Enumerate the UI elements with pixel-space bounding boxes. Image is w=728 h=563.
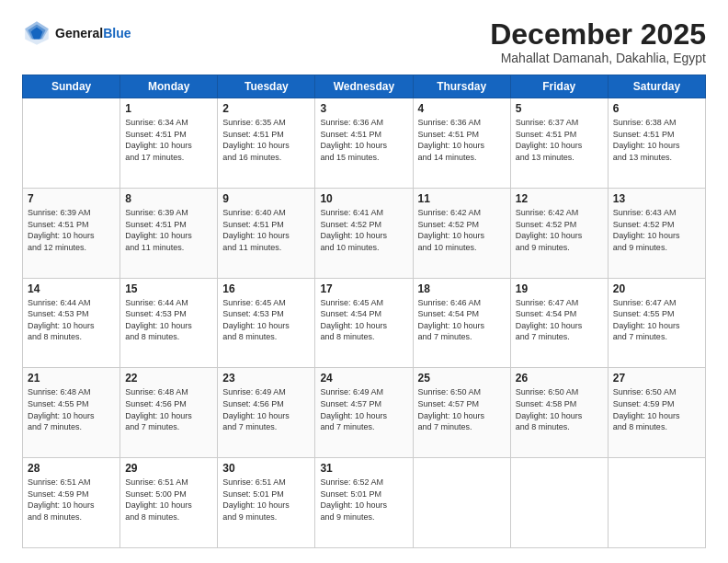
- calendar-cell: 14Sunrise: 6:44 AM Sunset: 4:53 PM Dayli…: [23, 278, 120, 368]
- day-info: Sunrise: 6:42 AM Sunset: 4:52 PM Dayligh…: [516, 207, 603, 253]
- day-info: Sunrise: 6:50 AM Sunset: 4:58 PM Dayligh…: [516, 386, 603, 432]
- day-number: 18: [418, 282, 506, 295]
- calendar-cell: 12Sunrise: 6:42 AM Sunset: 4:52 PM Dayli…: [510, 188, 608, 278]
- calendar-cell: [23, 98, 120, 189]
- day-number: 14: [28, 282, 115, 295]
- calendar-header-row: SundayMondayTuesdayWednesdayThursdayFrid…: [23, 75, 706, 98]
- day-info: Sunrise: 6:42 AM Sunset: 4:52 PM Dayligh…: [418, 207, 506, 253]
- calendar-cell: 1Sunrise: 6:34 AM Sunset: 4:51 PM Daylig…: [120, 98, 218, 189]
- day-info: Sunrise: 6:49 AM Sunset: 4:57 PM Dayligh…: [320, 386, 407, 432]
- calendar-cell: 19Sunrise: 6:47 AM Sunset: 4:54 PM Dayli…: [510, 278, 608, 368]
- day-info: Sunrise: 6:39 AM Sunset: 4:51 PM Dayligh…: [125, 207, 212, 253]
- calendar-cell: 4Sunrise: 6:36 AM Sunset: 4:51 PM Daylig…: [413, 98, 510, 189]
- day-number: 23: [222, 372, 310, 385]
- logo-text: GeneralBlue: [55, 26, 131, 40]
- day-number: 21: [28, 372, 115, 385]
- day-header-tuesday: Tuesday: [218, 75, 315, 98]
- month-title: December 2025: [490, 18, 706, 51]
- calendar-cell: 24Sunrise: 6:49 AM Sunset: 4:57 PM Dayli…: [315, 368, 413, 458]
- day-number: 11: [418, 192, 506, 205]
- day-info: Sunrise: 6:46 AM Sunset: 4:54 PM Dayligh…: [418, 297, 506, 343]
- day-info: Sunrise: 6:36 AM Sunset: 4:51 PM Dayligh…: [418, 117, 506, 163]
- day-number: 13: [613, 192, 700, 205]
- calendar-cell: 10Sunrise: 6:41 AM Sunset: 4:52 PM Dayli…: [315, 188, 413, 278]
- day-info: Sunrise: 6:44 AM Sunset: 4:53 PM Dayligh…: [125, 297, 212, 343]
- day-number: 12: [516, 192, 603, 205]
- day-info: Sunrise: 6:34 AM Sunset: 4:51 PM Dayligh…: [125, 117, 212, 163]
- calendar-week-5: 28Sunrise: 6:51 AM Sunset: 4:59 PM Dayli…: [23, 458, 706, 548]
- calendar-table: SundayMondayTuesdayWednesdayThursdayFrid…: [22, 75, 706, 548]
- calendar-cell: 31Sunrise: 6:52 AM Sunset: 5:01 PM Dayli…: [315, 458, 413, 548]
- day-info: Sunrise: 6:45 AM Sunset: 4:53 PM Dayligh…: [222, 297, 310, 343]
- day-header-wednesday: Wednesday: [315, 75, 413, 98]
- calendar-cell: 5Sunrise: 6:37 AM Sunset: 4:51 PM Daylig…: [510, 98, 608, 189]
- day-number: 17: [320, 282, 407, 295]
- day-number: 5: [516, 102, 603, 115]
- day-info: Sunrise: 6:37 AM Sunset: 4:51 PM Dayligh…: [516, 117, 603, 163]
- calendar-week-3: 14Sunrise: 6:44 AM Sunset: 4:53 PM Dayli…: [23, 278, 706, 368]
- page: GeneralBlue December 2025 Mahallat Daman…: [0, 0, 728, 563]
- calendar-cell: 16Sunrise: 6:45 AM Sunset: 4:53 PM Dayli…: [218, 278, 315, 368]
- calendar-cell: 11Sunrise: 6:42 AM Sunset: 4:52 PM Dayli…: [413, 188, 510, 278]
- day-info: Sunrise: 6:51 AM Sunset: 5:01 PM Dayligh…: [222, 477, 310, 523]
- day-number: 10: [320, 192, 407, 205]
- calendar-week-2: 7Sunrise: 6:39 AM Sunset: 4:51 PM Daylig…: [23, 188, 706, 278]
- day-number: 8: [125, 192, 212, 205]
- day-number: 7: [28, 192, 115, 205]
- day-number: 22: [125, 372, 212, 385]
- calendar-cell: 17Sunrise: 6:45 AM Sunset: 4:54 PM Dayli…: [315, 278, 413, 368]
- calendar-cell: 3Sunrise: 6:36 AM Sunset: 4:51 PM Daylig…: [315, 98, 413, 189]
- day-info: Sunrise: 6:49 AM Sunset: 4:56 PM Dayligh…: [222, 386, 310, 432]
- calendar-cell: 8Sunrise: 6:39 AM Sunset: 4:51 PM Daylig…: [120, 188, 218, 278]
- day-info: Sunrise: 6:50 AM Sunset: 4:57 PM Dayligh…: [418, 386, 506, 432]
- day-info: Sunrise: 6:39 AM Sunset: 4:51 PM Dayligh…: [28, 207, 115, 253]
- day-number: 31: [320, 462, 407, 475]
- day-info: Sunrise: 6:48 AM Sunset: 4:55 PM Dayligh…: [28, 386, 115, 432]
- day-info: Sunrise: 6:40 AM Sunset: 4:51 PM Dayligh…: [222, 207, 310, 253]
- calendar-cell: 28Sunrise: 6:51 AM Sunset: 4:59 PM Dayli…: [23, 458, 120, 548]
- day-header-thursday: Thursday: [413, 75, 510, 98]
- day-number: 16: [222, 282, 310, 295]
- calendar-cell: 18Sunrise: 6:46 AM Sunset: 4:54 PM Dayli…: [413, 278, 510, 368]
- day-number: 24: [320, 372, 407, 385]
- calendar-cell: 7Sunrise: 6:39 AM Sunset: 4:51 PM Daylig…: [23, 188, 120, 278]
- day-info: Sunrise: 6:35 AM Sunset: 4:51 PM Dayligh…: [222, 117, 310, 163]
- day-info: Sunrise: 6:41 AM Sunset: 4:52 PM Dayligh…: [320, 207, 407, 253]
- day-info: Sunrise: 6:43 AM Sunset: 4:52 PM Dayligh…: [613, 207, 700, 253]
- calendar-cell: 2Sunrise: 6:35 AM Sunset: 4:51 PM Daylig…: [218, 98, 315, 189]
- day-header-friday: Friday: [510, 75, 608, 98]
- title-block: December 2025 Mahallat Damanah, Dakahlia…: [490, 18, 706, 65]
- day-number: 2: [222, 102, 310, 115]
- day-number: 30: [222, 462, 310, 475]
- location-subtitle: Mahallat Damanah, Dakahlia, Egypt: [490, 51, 706, 65]
- day-info: Sunrise: 6:47 AM Sunset: 4:55 PM Dayligh…: [613, 297, 700, 343]
- calendar-week-4: 21Sunrise: 6:48 AM Sunset: 4:55 PM Dayli…: [23, 368, 706, 458]
- calendar-cell: 20Sunrise: 6:47 AM Sunset: 4:55 PM Dayli…: [608, 278, 705, 368]
- calendar-cell: [510, 458, 608, 548]
- calendar-cell: 25Sunrise: 6:50 AM Sunset: 4:57 PM Dayli…: [413, 368, 510, 458]
- calendar-cell: 23Sunrise: 6:49 AM Sunset: 4:56 PM Dayli…: [218, 368, 315, 458]
- calendar-cell: 9Sunrise: 6:40 AM Sunset: 4:51 PM Daylig…: [218, 188, 315, 278]
- calendar-cell: 13Sunrise: 6:43 AM Sunset: 4:52 PM Dayli…: [608, 188, 705, 278]
- calendar-cell: 29Sunrise: 6:51 AM Sunset: 5:00 PM Dayli…: [120, 458, 218, 548]
- day-number: 9: [222, 192, 310, 205]
- calendar-cell: 30Sunrise: 6:51 AM Sunset: 5:01 PM Dayli…: [218, 458, 315, 548]
- header: GeneralBlue December 2025 Mahallat Daman…: [22, 18, 706, 65]
- day-info: Sunrise: 6:51 AM Sunset: 5:00 PM Dayligh…: [125, 477, 212, 523]
- day-info: Sunrise: 6:38 AM Sunset: 4:51 PM Dayligh…: [613, 117, 700, 163]
- day-info: Sunrise: 6:47 AM Sunset: 4:54 PM Dayligh…: [516, 297, 603, 343]
- day-info: Sunrise: 6:50 AM Sunset: 4:59 PM Dayligh…: [613, 386, 700, 432]
- day-number: 28: [28, 462, 115, 475]
- day-number: 15: [125, 282, 212, 295]
- calendar-cell: 15Sunrise: 6:44 AM Sunset: 4:53 PM Dayli…: [120, 278, 218, 368]
- calendar-cell: [413, 458, 510, 548]
- day-number: 1: [125, 102, 212, 115]
- calendar-cell: [608, 458, 705, 548]
- day-info: Sunrise: 6:36 AM Sunset: 4:51 PM Dayligh…: [320, 117, 407, 163]
- day-info: Sunrise: 6:51 AM Sunset: 4:59 PM Dayligh…: [28, 477, 115, 523]
- day-number: 25: [418, 372, 506, 385]
- calendar-cell: 27Sunrise: 6:50 AM Sunset: 4:59 PM Dayli…: [608, 368, 705, 458]
- calendar-week-1: 1Sunrise: 6:34 AM Sunset: 4:51 PM Daylig…: [23, 98, 706, 189]
- day-header-sunday: Sunday: [23, 75, 120, 98]
- calendar-cell: 26Sunrise: 6:50 AM Sunset: 4:58 PM Dayli…: [510, 368, 608, 458]
